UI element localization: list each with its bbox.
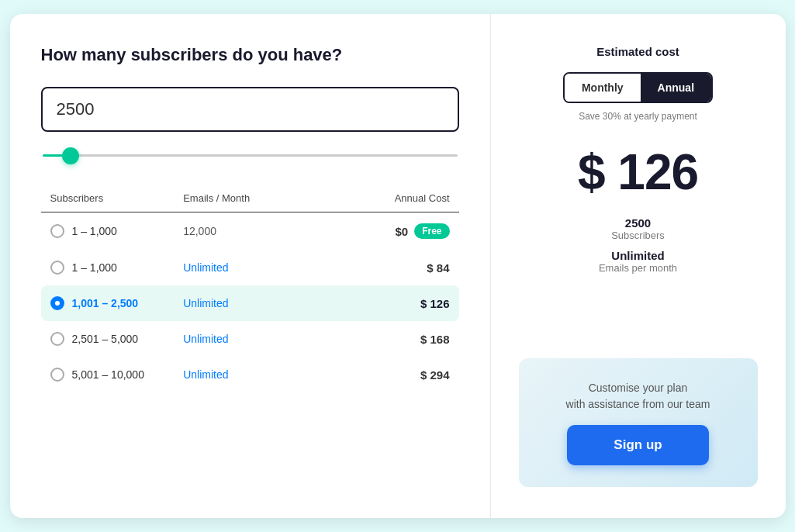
row-subscribers-5: 5,001 – 10,000 bbox=[50, 368, 184, 382]
row-emails-2: Unlimited bbox=[183, 261, 316, 274]
row-cost-4: $ 168 bbox=[316, 333, 450, 346]
table-row[interactable]: 5,001 – 10,000 Unlimited $ 294 bbox=[41, 357, 459, 392]
monthly-toggle-button[interactable]: Monthly bbox=[565, 74, 641, 102]
signup-button[interactable]: Sign up bbox=[567, 425, 708, 465]
table-header: Subscribers Emails / Month Annual Cost bbox=[41, 188, 459, 212]
table-row[interactable]: 1 – 1,000 Unlimited $ 84 bbox=[41, 250, 459, 285]
col-subscribers: Subscribers bbox=[50, 192, 184, 204]
row-emails-1: 12,000 bbox=[183, 225, 316, 237]
annual-toggle-button[interactable]: Annual bbox=[641, 74, 711, 102]
plan-emails-label: Emails per month bbox=[599, 262, 677, 274]
slider-container bbox=[41, 146, 459, 160]
radio-btn-5 bbox=[50, 368, 64, 382]
row-subscribers-4: 2,501 – 5,000 bbox=[50, 332, 184, 346]
row-cost-1: $0 Free bbox=[316, 223, 450, 239]
left-panel: How many subscribers do you have? Subscr… bbox=[10, 14, 491, 518]
customise-line1: Customise your plan bbox=[566, 380, 710, 396]
row-emails-4: Unlimited bbox=[183, 333, 316, 345]
customise-line2: with assistance from our team bbox=[566, 396, 710, 413]
save-text: Save 30% at yearly payment bbox=[579, 111, 697, 122]
free-badge: Free bbox=[414, 223, 449, 239]
col-cost: Annual Cost bbox=[316, 192, 450, 204]
radio-btn-2 bbox=[50, 261, 64, 275]
estimated-cost-label: Estimated cost bbox=[596, 45, 679, 58]
radio-btn-1 bbox=[50, 224, 64, 238]
table-row[interactable]: 2,501 – 5,000 Unlimited $ 168 bbox=[41, 321, 459, 357]
row-cost-5: $ 294 bbox=[316, 368, 450, 382]
plan-emails-count: Unlimited bbox=[599, 249, 677, 262]
subscriber-input[interactable] bbox=[41, 87, 459, 132]
row-cost-3: $ 126 bbox=[316, 297, 450, 310]
row-cost-2: $ 84 bbox=[316, 261, 450, 275]
right-bottom-section: Customise your plan with assistance from… bbox=[519, 358, 758, 487]
subscriber-slider[interactable] bbox=[43, 154, 458, 157]
pricing-table: Subscribers Emails / Month Annual Cost 1… bbox=[41, 188, 459, 392]
right-panel: Estimated cost Monthly Annual Save 30% a… bbox=[491, 14, 786, 518]
radio-btn-4 bbox=[50, 332, 64, 346]
pricing-calculator: How many subscribers do you have? Subscr… bbox=[10, 14, 786, 518]
row-emails-3: Unlimited bbox=[183, 297, 316, 309]
row-emails-5: Unlimited bbox=[183, 368, 316, 381]
question-title: How many subscribers do you have? bbox=[41, 45, 459, 65]
plan-details: 2500 Subscribers Unlimited Emails per mo… bbox=[599, 216, 677, 274]
plan-subscribers-label: Subscribers bbox=[599, 230, 677, 241]
row-subscribers-3: 1,001 – 2,500 bbox=[50, 296, 184, 310]
col-emails: Emails / Month bbox=[183, 192, 316, 204]
row-subscribers-2: 1 – 1,000 bbox=[50, 261, 184, 275]
price-display: $ 126 bbox=[578, 143, 698, 201]
plan-subscribers-count: 2500 bbox=[599, 216, 677, 230]
customise-text: Customise your plan with assistance from… bbox=[566, 380, 710, 413]
row-subscribers-1: 1 – 1,000 bbox=[50, 224, 184, 238]
billing-toggle: Monthly Annual bbox=[563, 72, 713, 103]
table-row[interactable]: 1,001 – 2,500 Unlimited $ 126 bbox=[41, 285, 459, 321]
table-row[interactable]: 1 – 1,000 12,000 $0 Free bbox=[41, 212, 459, 250]
radio-btn-3 bbox=[50, 296, 64, 310]
